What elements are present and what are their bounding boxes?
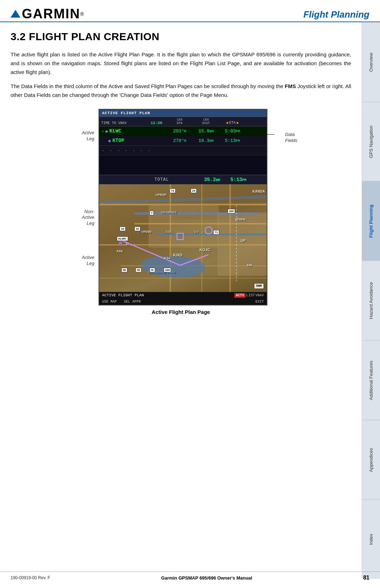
footer-product-name: Garmin GPSMAP 695/696 Owner's Manual [161,575,252,581]
total-eta: 5:13PM [225,177,252,182]
non-active-label-1: Non- [73,209,94,215]
klwc-eta: 5:03PM [219,129,246,134]
left-labels: Active Leg Non- Active Leg Active Leg [73,109,94,267]
col-header-dtk: LEG DTK [166,118,193,125]
fms-bold-text: FMS [285,83,296,89]
waypoint-ktop: ◆ KTOP [101,138,151,144]
bottom-title: ACTIVE FLIGHT PLAN [102,293,144,298]
sidebar-tab-appendices[interactable]: Appendices [362,420,380,500]
active-leg2-label-1: Active [73,255,94,261]
fp-dashes-row: - - - - - - - [99,146,267,155]
registered-trademark: ® [80,11,84,17]
sidebar-tab-additional-features[interactable]: Additional Features [362,340,380,420]
footer-revision: 190-00919-00 Rev. F [11,575,50,580]
section-title: 3.2 FLIGHT PLAN CREATION [11,31,351,43]
page-number: 81 [363,575,369,581]
sidebar-tab-overview[interactable]: Overview [362,22,380,102]
garmin-logo: GARMIN® [11,6,84,21]
fp-total-row: TOTAL 35.2NM 5:13PM [99,175,267,184]
col-header-dist: LEG DIST [193,118,219,125]
gps-device: ACTIVE FLIGHT PLAN TIME TO VNAV 11:20 LE… [99,109,267,305]
vnav-label[interactable]: VNAV [255,293,264,297]
col-header-eta: ◄ ETA ► [219,121,246,125]
body-paragraph-2: The Data Fields in the third column of t… [11,82,351,100]
actv-button[interactable]: ACTV [234,293,246,298]
device-screenshot-container: Active Leg Non- Active Leg Active Leg [11,109,351,305]
page-title: Flight Planning [303,9,369,21]
ktop-dist: 19.3NM [193,138,219,143]
total-label: TOTAL [102,177,172,182]
non-active-label-2: Active [73,215,94,221]
sidebar-tab-hazard-avoidance[interactable]: Hazard Avoidance [362,261,380,340]
fp-row-klwc: ➜ ◆ KLWC 293°M 15.9NM 5:03PM [99,126,267,136]
fp-empty-area [99,155,267,175]
map-dashed-svg [99,184,267,292]
sidebar-tab-flight-planning[interactable]: Flight Planning [362,181,380,261]
exit-button[interactable]: EXIT [255,300,264,304]
non-active-label-3: Leg [73,221,94,227]
bottom-row-1: ACTIVE FLIGHT PLAN ACTV LIST VNAV [99,292,267,299]
active-leg2-label-2: Leg [73,261,94,267]
fp-col-headers: TIME TO VNAV 11:20 LEG DTK LEG DIST [99,117,267,126]
klwc-dtk: 293°M [166,129,193,134]
gps-screen: ACTIVE FLIGHT PLAN TIME TO VNAV 11:20 LE… [99,109,267,305]
fp-row-ktop: ◆ KTOP 278°M 19.3NM 5:13PM [99,136,267,146]
ktop-dtk: 278°M [166,138,193,143]
gps-bottom-bar: ACTIVE FLIGHT PLAN ACTV LIST VNAV USE MA… [99,292,267,305]
page-footer: 190-00919-00 Rev. F Garmin GPSMAP 695/69… [0,571,380,581]
use-map-button[interactable]: USE MAP [102,300,117,304]
garmin-wordmark: GARMIN [22,6,80,21]
sel-appr-button[interactable]: SEL APPR [124,300,141,304]
content-area: 3.2 FLIGHT PLAN CREATION The active flig… [0,22,362,579]
sidebar-tab-index[interactable]: Index [362,499,380,579]
waypoint-klwc: ➜ ◆ KLWC [101,128,151,134]
fp-header: ACTIVE FLIGHT PLAN [99,110,267,117]
col-header-time: TIME TO VNAV [101,121,151,125]
data-fields-arrow [267,134,274,135]
list-label[interactable]: LIST [246,293,255,297]
sidebar-tab-gps-navigation[interactable]: GPS Navigation [362,102,380,181]
page-header: GARMIN® Flight Planning [0,0,380,22]
active-leg-label-2: Leg [73,136,94,142]
flight-plan-table: ACTIVE FLIGHT PLAN TIME TO VNAV 11:20 LE… [99,110,267,184]
data-fields-annotation: Data Fields [285,132,297,144]
bottom-row-2: USE MAP SEL APPR EXIT [99,299,267,305]
main-content: 3.2 FLIGHT PLAN CREATION The active flig… [0,22,380,579]
active-leg-label-1: Active [73,130,94,136]
right-sidebar: Overview GPS Navigation Flight Planning … [362,22,380,579]
col-vnav-time: 11:20 [151,121,166,125]
garmin-triangle-icon [11,10,20,18]
body-paragraph-1: The active flight plan is listed on the … [11,50,351,76]
figure-caption: Active Flight Plan Page [11,309,351,315]
total-dist: 35.2NM [199,177,225,182]
ktop-eta: 5:13PM [219,138,246,143]
bottom-right-buttons: ACTV LIST VNAV [234,293,264,298]
klwc-dist: 15.9NM [193,129,219,134]
gps-map: KLWC KANSA UPBSP SHAWNEE VPSPK VPD60 51K… [99,184,267,292]
